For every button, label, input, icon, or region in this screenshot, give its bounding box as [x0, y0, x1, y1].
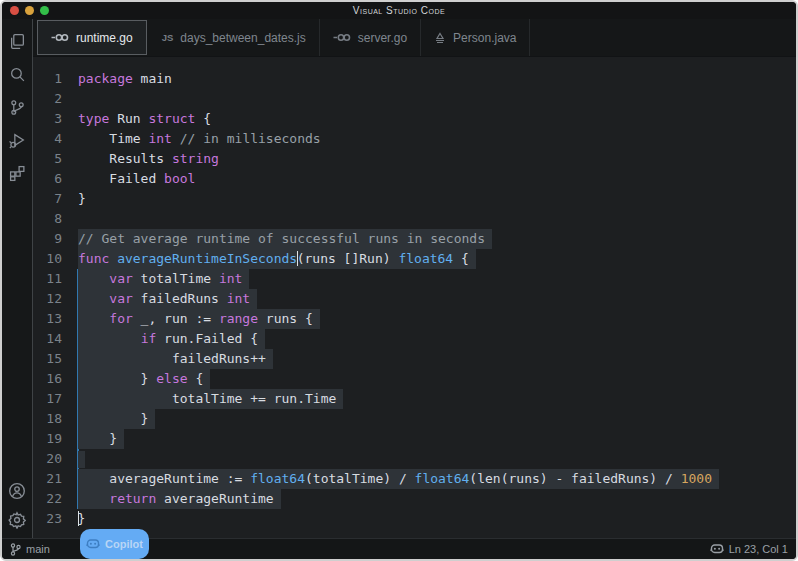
code-line[interactable]: 20: [33, 449, 796, 469]
tab-label: server.go: [358, 31, 407, 45]
close-window-button[interactable]: [10, 6, 19, 15]
line-number: 7: [33, 189, 78, 209]
code-line[interactable]: 4 Time int // in milliseconds: [33, 129, 796, 149]
code-line[interactable]: 1package main: [33, 69, 796, 89]
line-number: 20: [33, 449, 78, 469]
line-number: 19: [33, 429, 78, 449]
code-text: Failed bool: [78, 169, 195, 189]
branch-indicator[interactable]: main: [10, 543, 50, 556]
code-line[interactable]: 11 var totalTime int: [33, 269, 796, 289]
window-title: Visual Studio Code: [353, 5, 445, 16]
code-line[interactable]: 13 for _, run := range runs {: [33, 309, 796, 329]
line-number: 18: [33, 409, 78, 429]
code-line[interactable]: 8: [33, 209, 796, 229]
line-number: 23: [33, 509, 78, 529]
line-number: 15: [33, 349, 78, 369]
code-text: // Get average runtime of successful run…: [78, 229, 492, 249]
code-line[interactable]: 7}: [33, 189, 796, 209]
tab-bar: runtime.goJSdays_between_dates.jsserver.…: [33, 19, 796, 57]
code-line[interactable]: 23}: [33, 509, 796, 529]
line-number: 10: [33, 249, 78, 269]
code-lines: 1package main23type Run struct {4 Time i…: [33, 69, 796, 529]
go-icon: [333, 33, 351, 42]
copilot-button-label: Copilot: [105, 538, 143, 550]
cursor-position-indicator[interactable]: Ln 23, Col 1: [710, 543, 788, 555]
zoom-window-button[interactable]: [40, 6, 49, 15]
line-number: 11: [33, 269, 78, 289]
code-text: }: [78, 409, 155, 429]
line-number: 16: [33, 369, 78, 389]
code-line[interactable]: 21 averageRuntime := float64(totalTime) …: [33, 469, 796, 489]
code-line[interactable]: 5 Results string: [33, 149, 796, 169]
code-text: [78, 449, 85, 469]
line-number: 3: [33, 109, 78, 129]
code-text: package main: [78, 69, 172, 89]
code-text: averageRuntime := float64(totalTime) / f…: [78, 469, 719, 489]
code-line[interactable]: 12 var failedRuns int: [33, 289, 796, 309]
search-icon[interactable]: [6, 63, 28, 85]
code-line[interactable]: 2: [33, 89, 796, 109]
code-text: }: [78, 429, 124, 449]
line-number: 22: [33, 489, 78, 509]
code-line[interactable]: 14 if run.Failed {: [33, 329, 796, 349]
line-number: 1: [33, 69, 78, 89]
code-editor[interactable]: 1package main23type Run struct {4 Time i…: [33, 57, 796, 538]
tab-Person-java[interactable]: Person.java: [421, 19, 530, 56]
code-line[interactable]: 18 }: [33, 409, 796, 429]
line-number: 14: [33, 329, 78, 349]
source-control-icon[interactable]: [6, 96, 28, 118]
go-icon: [51, 33, 69, 42]
git-branch-icon: [10, 543, 21, 556]
code-text: var totalTime int: [78, 269, 249, 289]
code-text: if run.Failed {: [78, 329, 265, 349]
code-text: failedRuns++: [78, 349, 273, 369]
line-number: 17: [33, 389, 78, 409]
line-number: 4: [33, 129, 78, 149]
code-text: }: [78, 509, 85, 529]
copilot-button[interactable]: Copilot: [80, 529, 149, 559]
code-text: } else {: [78, 369, 210, 389]
code-line[interactable]: 9// Get average runtime of successful ru…: [33, 229, 796, 249]
code-line[interactable]: 17 totalTime += run.Time: [33, 389, 796, 409]
copilot-icon: [86, 539, 100, 550]
code-line[interactable]: 15 failedRuns++: [33, 349, 796, 369]
line-number: 8: [33, 209, 78, 229]
code-text: }: [78, 189, 86, 209]
code-line[interactable]: 16 } else {: [33, 369, 796, 389]
explorer-icon[interactable]: [6, 30, 28, 52]
traffic-lights: [10, 6, 49, 15]
code-text: func averageRuntimeInSeconds(runs []Run)…: [78, 249, 476, 269]
line-number: 9: [33, 229, 78, 249]
tab-server-go[interactable]: server.go: [320, 19, 421, 56]
tab-label: runtime.go: [76, 31, 133, 45]
line-number: 12: [33, 289, 78, 309]
code-text: var failedRuns int: [78, 289, 257, 309]
code-text: for _, run := range runs {: [78, 309, 320, 329]
line-number: 5: [33, 149, 78, 169]
settings-icon[interactable]: [6, 509, 28, 531]
code-line[interactable]: 6 Failed bool: [33, 169, 796, 189]
code-line[interactable]: 22 return averageRuntime: [33, 489, 796, 509]
branch-label: main: [26, 543, 50, 555]
code-line[interactable]: 19 }: [33, 429, 796, 449]
account-icon[interactable]: [6, 480, 28, 502]
code-text: Results string: [78, 149, 219, 169]
line-number: 6: [33, 169, 78, 189]
extensions-icon[interactable]: [6, 162, 28, 184]
title-bar[interactable]: Visual Studio Code: [2, 2, 796, 19]
tab-runtime-go[interactable]: runtime.go: [37, 20, 147, 55]
tab-label: Person.java: [453, 31, 516, 45]
code-text: Time int // in milliseconds: [78, 129, 321, 149]
line-number: 2: [33, 89, 78, 109]
activity-bar: [2, 19, 33, 538]
tab-label: days_between_dates.js: [180, 31, 305, 45]
code-line[interactable]: 3type Run struct {: [33, 109, 796, 129]
code-line[interactable]: 10func averageRuntimeInSeconds(runs []Ru…: [33, 249, 796, 269]
tab-days_between_dates-js[interactable]: JSdays_between_dates.js: [149, 19, 320, 56]
code-text: type Run struct {: [78, 109, 211, 129]
cursor-position-label: Ln 23, Col 1: [729, 543, 788, 555]
minimize-window-button[interactable]: [25, 6, 34, 15]
run-debug-icon[interactable]: [6, 129, 28, 151]
code-text: return averageRuntime: [78, 489, 281, 509]
java-icon: [434, 32, 446, 44]
